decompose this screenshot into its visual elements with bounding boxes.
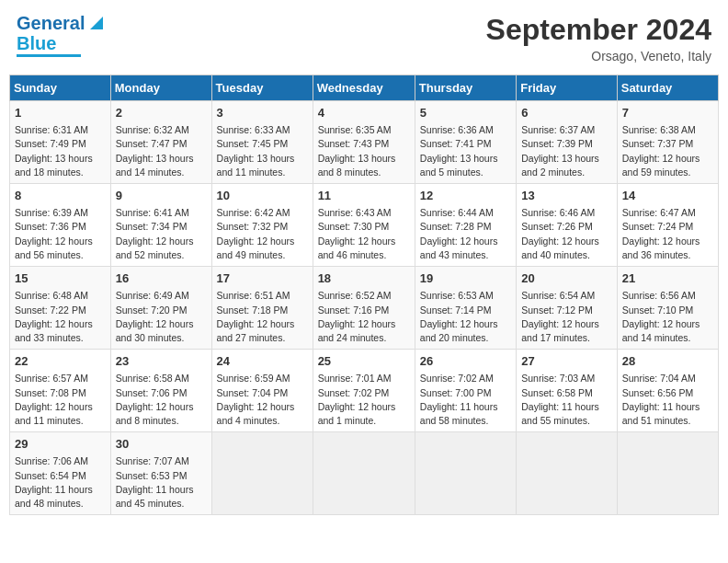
daylight-text: Daylight: 12 hours and 4 minutes. bbox=[217, 401, 295, 426]
calendar-cell: 8Sunrise: 6:39 AMSunset: 7:36 PMDaylight… bbox=[10, 184, 111, 267]
sunset-text: Sunset: 7:39 PM bbox=[521, 138, 593, 149]
sunrise-text: Sunrise: 6:36 AM bbox=[420, 124, 494, 135]
calendar-week-3: 15Sunrise: 6:48 AMSunset: 7:22 PMDayligh… bbox=[10, 267, 719, 350]
col-thursday: Thursday bbox=[415, 75, 516, 101]
sunrise-text: Sunrise: 7:01 AM bbox=[318, 373, 392, 384]
calendar-cell: 20Sunrise: 6:54 AMSunset: 7:12 PMDayligh… bbox=[517, 267, 618, 350]
day-number: 23 bbox=[116, 353, 207, 370]
sunrise-text: Sunrise: 7:02 AM bbox=[420, 373, 494, 384]
day-number: 10 bbox=[217, 188, 308, 204]
calendar-week-2: 8Sunrise: 6:39 AMSunset: 7:36 PMDaylight… bbox=[10, 184, 719, 267]
day-info: Sunrise: 6:42 AMSunset: 7:32 PMDaylight:… bbox=[217, 206, 308, 262]
sunset-text: Sunset: 7:26 PM bbox=[521, 221, 593, 232]
calendar-cell bbox=[415, 432, 516, 515]
calendar-cell: 28Sunrise: 7:04 AMSunset: 6:56 PMDayligh… bbox=[617, 350, 718, 432]
day-info: Sunrise: 6:52 AMSunset: 7:16 PMDaylight:… bbox=[318, 289, 410, 345]
day-number: 20 bbox=[521, 270, 612, 287]
day-info: Sunrise: 6:57 AMSunset: 7:08 PMDaylight:… bbox=[15, 372, 106, 428]
title-area: September 2024 Orsago, Veneto, Italy bbox=[486, 13, 711, 63]
day-info: Sunrise: 7:02 AMSunset: 7:00 PMDaylight:… bbox=[420, 372, 511, 428]
sunset-text: Sunset: 7:24 PM bbox=[622, 221, 694, 232]
sunrise-text: Sunrise: 7:03 AM bbox=[521, 373, 595, 384]
sunrise-text: Sunrise: 6:31 AM bbox=[15, 124, 88, 135]
day-info: Sunrise: 6:51 AMSunset: 7:18 PMDaylight:… bbox=[217, 289, 308, 345]
logo-underline bbox=[17, 54, 81, 57]
daylight-text: Daylight: 13 hours and 18 minutes. bbox=[15, 153, 93, 178]
sunrise-text: Sunrise: 6:52 AM bbox=[318, 290, 392, 301]
calendar-cell: 24Sunrise: 6:59 AMSunset: 7:04 PMDayligh… bbox=[211, 350, 313, 432]
logo: General Blue bbox=[17, 13, 107, 57]
calendar-cell: 30Sunrise: 7:07 AMSunset: 6:53 PMDayligh… bbox=[110, 432, 211, 515]
day-info: Sunrise: 6:58 AMSunset: 7:06 PMDaylight:… bbox=[116, 372, 207, 428]
sunset-text: Sunset: 7:18 PM bbox=[217, 304, 289, 316]
sunrise-text: Sunrise: 6:39 AM bbox=[15, 207, 88, 218]
col-tuesday: Tuesday bbox=[211, 75, 313, 101]
calendar-body: 1Sunrise: 6:31 AMSunset: 7:49 PMDaylight… bbox=[10, 101, 719, 515]
sunset-text: Sunset: 7:43 PM bbox=[318, 138, 390, 149]
sunset-text: Sunset: 7:30 PM bbox=[318, 221, 390, 232]
daylight-text: Daylight: 13 hours and 14 minutes. bbox=[116, 153, 194, 178]
day-info: Sunrise: 6:46 AMSunset: 7:26 PMDaylight:… bbox=[521, 206, 612, 262]
day-number: 18 bbox=[318, 270, 410, 287]
calendar-table: Sunday Monday Tuesday Wednesday Thursday… bbox=[9, 75, 719, 515]
sunset-text: Sunset: 6:53 PM bbox=[116, 470, 188, 481]
daylight-text: Daylight: 12 hours and 14 minutes. bbox=[622, 318, 700, 343]
day-info: Sunrise: 7:01 AMSunset: 7:02 PMDaylight:… bbox=[318, 372, 410, 428]
sunrise-text: Sunrise: 6:42 AM bbox=[217, 207, 290, 218]
day-number: 16 bbox=[116, 270, 207, 287]
logo-triangle-icon bbox=[86, 13, 107, 33]
sunrise-text: Sunrise: 6:53 AM bbox=[420, 290, 494, 301]
month-title: September 2024 bbox=[486, 13, 711, 47]
sunset-text: Sunset: 7:41 PM bbox=[420, 138, 492, 149]
day-info: Sunrise: 6:37 AMSunset: 7:39 PMDaylight:… bbox=[521, 123, 612, 179]
daylight-text: Daylight: 12 hours and 11 minutes. bbox=[15, 401, 93, 426]
calendar-cell bbox=[517, 432, 618, 515]
daylight-text: Daylight: 12 hours and 36 minutes. bbox=[622, 236, 700, 260]
day-info: Sunrise: 6:38 AMSunset: 7:37 PMDaylight:… bbox=[622, 123, 713, 179]
sunrise-text: Sunrise: 6:49 AM bbox=[116, 290, 189, 301]
daylight-text: Daylight: 12 hours and 1 minute. bbox=[318, 401, 396, 426]
calendar-cell: 7Sunrise: 6:38 AMSunset: 7:37 PMDaylight… bbox=[617, 101, 718, 184]
sunrise-text: Sunrise: 6:43 AM bbox=[318, 207, 392, 218]
calendar-cell: 13Sunrise: 6:46 AMSunset: 7:26 PMDayligh… bbox=[517, 184, 618, 267]
day-info: Sunrise: 6:48 AMSunset: 7:22 PMDaylight:… bbox=[15, 289, 106, 345]
sunset-text: Sunset: 7:36 PM bbox=[15, 221, 86, 232]
day-info: Sunrise: 6:41 AMSunset: 7:34 PMDaylight:… bbox=[116, 206, 207, 262]
day-number: 12 bbox=[420, 188, 511, 204]
day-number: 29 bbox=[15, 436, 106, 453]
sunset-text: Sunset: 6:58 PM bbox=[521, 387, 593, 398]
daylight-text: Daylight: 13 hours and 5 minutes. bbox=[420, 153, 498, 178]
day-number: 8 bbox=[15, 188, 106, 204]
sunset-text: Sunset: 7:34 PM bbox=[116, 221, 188, 232]
sunrise-text: Sunrise: 6:59 AM bbox=[217, 373, 290, 384]
sunrise-text: Sunrise: 6:37 AM bbox=[521, 124, 595, 135]
daylight-text: Daylight: 12 hours and 24 minutes. bbox=[318, 318, 396, 343]
daylight-text: Daylight: 12 hours and 46 minutes. bbox=[318, 236, 396, 260]
sunrise-text: Sunrise: 7:07 AM bbox=[116, 455, 189, 466]
daylight-text: Daylight: 12 hours and 20 minutes. bbox=[420, 318, 498, 343]
calendar-cell: 22Sunrise: 6:57 AMSunset: 7:08 PMDayligh… bbox=[10, 350, 111, 432]
daylight-text: Daylight: 13 hours and 2 minutes. bbox=[521, 153, 599, 178]
day-info: Sunrise: 6:33 AMSunset: 7:45 PMDaylight:… bbox=[217, 123, 308, 179]
sunrise-text: Sunrise: 6:58 AM bbox=[116, 373, 189, 384]
sunrise-text: Sunrise: 6:54 AM bbox=[521, 290, 595, 301]
sunrise-text: Sunrise: 6:56 AM bbox=[622, 290, 696, 301]
logo-blue-text: Blue bbox=[17, 33, 56, 53]
col-saturday: Saturday bbox=[617, 75, 718, 101]
day-info: Sunrise: 7:03 AMSunset: 6:58 PMDaylight:… bbox=[521, 372, 612, 428]
daylight-text: Daylight: 11 hours and 45 minutes. bbox=[116, 484, 194, 509]
day-info: Sunrise: 6:35 AMSunset: 7:43 PMDaylight:… bbox=[318, 123, 410, 179]
calendar-cell bbox=[617, 432, 718, 515]
day-info: Sunrise: 6:39 AMSunset: 7:36 PMDaylight:… bbox=[15, 206, 106, 262]
location: Orsago, Veneto, Italy bbox=[486, 49, 711, 63]
calendar-week-5: 29Sunrise: 7:06 AMSunset: 6:54 PMDayligh… bbox=[10, 432, 719, 515]
daylight-text: Daylight: 12 hours and 27 minutes. bbox=[217, 318, 295, 343]
daylight-text: Daylight: 12 hours and 49 minutes. bbox=[217, 236, 295, 260]
day-number: 7 bbox=[622, 105, 713, 121]
calendar-cell: 15Sunrise: 6:48 AMSunset: 7:22 PMDayligh… bbox=[10, 267, 111, 350]
daylight-text: Daylight: 12 hours and 17 minutes. bbox=[521, 318, 599, 343]
day-info: Sunrise: 6:32 AMSunset: 7:47 PMDaylight:… bbox=[116, 123, 207, 179]
day-number: 19 bbox=[420, 270, 511, 287]
day-number: 1 bbox=[15, 105, 106, 121]
day-number: 24 bbox=[217, 353, 308, 370]
